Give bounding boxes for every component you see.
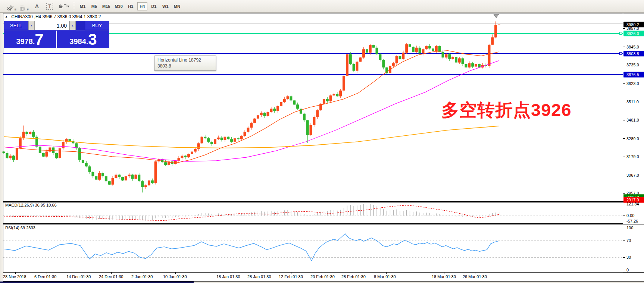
price-label: 3067.0 (626, 173, 639, 177)
chart-title: ▲ CHINA300-,H4 3966.7 3986.0 3964.1 3980… (5, 14, 101, 19)
sell-button[interactable]: SELL (4, 21, 28, 30)
rsi-axis-label: 30 (626, 255, 631, 260)
line-handle[interactable] (619, 53, 622, 55)
symbol-ohlc-text: CHINA300-,H4 3966.7 3986.0 3964.1 3980.2 (11, 14, 101, 19)
price-badge-label: 3980.2 (626, 22, 639, 27)
macd-axis-label: 0.00 (626, 213, 634, 218)
date-tick-label: 28 Nov 2018 (3, 274, 26, 279)
price-label: 3511.0 (626, 100, 639, 104)
line-handle[interactable] (619, 32, 622, 35)
date-tick-label: 28 Feb 01:30 (341, 274, 366, 279)
buy-price-main: 3984 (69, 37, 86, 46)
macd-axis-label: 121.84 (626, 202, 639, 206)
triangle-up-icon: ▲ (71, 24, 74, 27)
date-tick-label: 20 Feb 01:30 (310, 274, 335, 279)
volume-decrease-button[interactable]: ▼ (28, 21, 35, 30)
tooltip-line1: Horizontal Line 18792 (157, 57, 213, 63)
object-tooltip: Horizontal Line 18792 3803.8 (154, 56, 216, 71)
date-tick-label: 24 Dec 01:30 (99, 274, 123, 279)
chart-text-annotation[interactable]: 多空转折点3926 (441, 98, 572, 122)
date-tick-label: 2 Jan 01:30 (131, 274, 153, 279)
volume-input[interactable] (35, 21, 69, 30)
sell-price-frac: 7 (35, 31, 43, 48)
sell-price[interactable]: 3978.7 (4, 31, 56, 48)
price-badge-label: 3926.0 (626, 31, 639, 36)
date-tick-label: 8 Mar 01:30 (374, 274, 396, 279)
buy-price[interactable]: 3984.3 (57, 31, 109, 48)
triangle-down-icon: ▼ (30, 24, 33, 27)
date-tick-label: 14 Dec 01:30 (66, 274, 91, 279)
price-label: 3401.0 (626, 118, 639, 122)
window-left-edge (2, 12, 2, 283)
sell-price-main: 3978 (16, 37, 33, 46)
rsi-axis-label: 70 (626, 238, 631, 243)
rsi-label: RSI(14) 69.2333 (5, 226, 35, 230)
tooltip-line2: 3803.8 (157, 63, 213, 69)
bottom-strip (0, 282, 194, 283)
date-tick-label: 10 Jan 01:30 (163, 274, 187, 279)
date-tick-label: 12 Feb 01:30 (279, 274, 303, 279)
date-tick-label: 6 Dec 01:30 (34, 274, 56, 279)
price-label: 3623.0 (626, 81, 639, 86)
price-label: 3179.0 (626, 154, 639, 159)
price-badge-label: 3803.8 (626, 51, 639, 56)
rsi-axis-label: 100 (626, 226, 633, 230)
collapse-panel-arrow-icon[interactable]: ▲ (5, 15, 8, 18)
price-label: 3289.0 (626, 136, 639, 141)
date-tick-label: 28 Jan 01:30 (247, 274, 271, 279)
date-tick-label: 26 Mar 01:30 (463, 274, 487, 279)
macd-label: MACD(12,26,9) 36.95 10.66 (5, 203, 57, 207)
mt4-window: E F A T M1M5M15M30H1H4D1W1MN 3957.03845.… (0, 0, 644, 283)
buy-button[interactable]: BUY (85, 21, 109, 30)
date-tick-label: 18 Mar 01:30 (432, 274, 456, 279)
rsi-axis-label: 0 (626, 268, 629, 272)
date-tick-label: 18 Jan 01:30 (216, 274, 240, 279)
volume-increase-button[interactable]: ▲ (69, 21, 76, 30)
macd-axis-label: -57.26 (626, 219, 638, 223)
chart-background (3, 13, 644, 282)
price-badge-label: 3676.5 (626, 72, 639, 77)
panel-gap (76, 21, 85, 30)
one-click-trading-panel: SELL ▼ ▲ BUY 3978.7 3984.3 (4, 21, 109, 48)
buy-price-frac: 3 (88, 31, 97, 48)
price-label: 3735.0 (626, 63, 639, 67)
price-label: 3845.0 (626, 45, 639, 49)
